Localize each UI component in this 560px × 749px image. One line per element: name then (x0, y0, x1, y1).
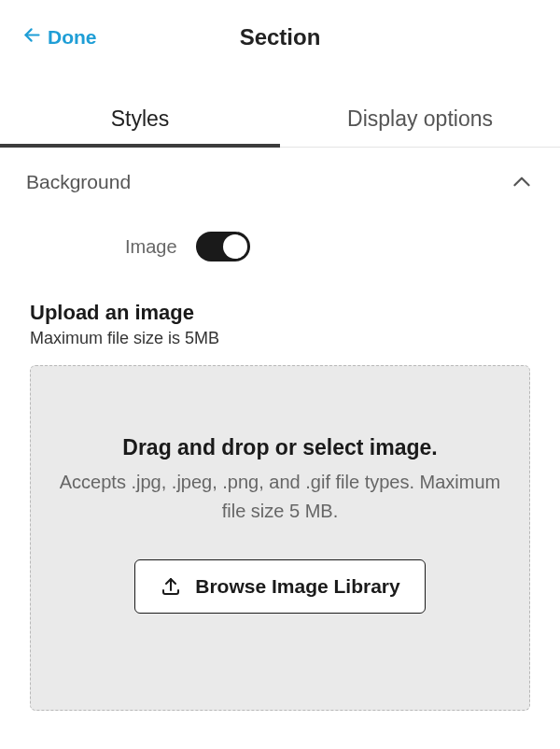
tab-display-options[interactable]: Display options (280, 92, 560, 147)
upload-section: Upload an image Maximum file size is 5MB… (0, 278, 560, 711)
image-dropzone[interactable]: Drag and drop or select image. Accepts .… (30, 365, 530, 711)
background-label: Background (26, 171, 131, 193)
upload-icon (160, 575, 182, 598)
tab-styles-label: Styles (111, 106, 170, 131)
page-title: Section (240, 24, 321, 50)
toggle-knob (223, 234, 247, 259)
browse-image-library-button[interactable]: Browse Image Library (134, 559, 425, 614)
tab-styles[interactable]: Styles (0, 92, 280, 147)
image-toggle[interactable] (196, 232, 250, 261)
back-button[interactable]: Done (22, 25, 97, 49)
back-label: Done (48, 26, 97, 49)
drop-subtext: Accepts .jpg, .jpeg, .png, and .gif file… (49, 468, 511, 526)
arrow-left-icon (22, 25, 42, 49)
background-section-header[interactable]: Background (0, 148, 560, 204)
drop-headline: Drag and drop or select image. (122, 435, 437, 460)
browse-button-label: Browse Image Library (195, 575, 399, 598)
upload-title: Upload an image (30, 301, 530, 325)
image-toggle-row: Image (0, 204, 560, 278)
tabs: Styles Display options (0, 92, 560, 148)
upload-subtitle: Maximum file size is 5MB (30, 329, 530, 348)
chevron-up-icon (510, 170, 534, 194)
tab-display-options-label: Display options (347, 106, 493, 131)
page-header: Done Section (0, 0, 560, 73)
image-toggle-label: Image (125, 236, 177, 258)
